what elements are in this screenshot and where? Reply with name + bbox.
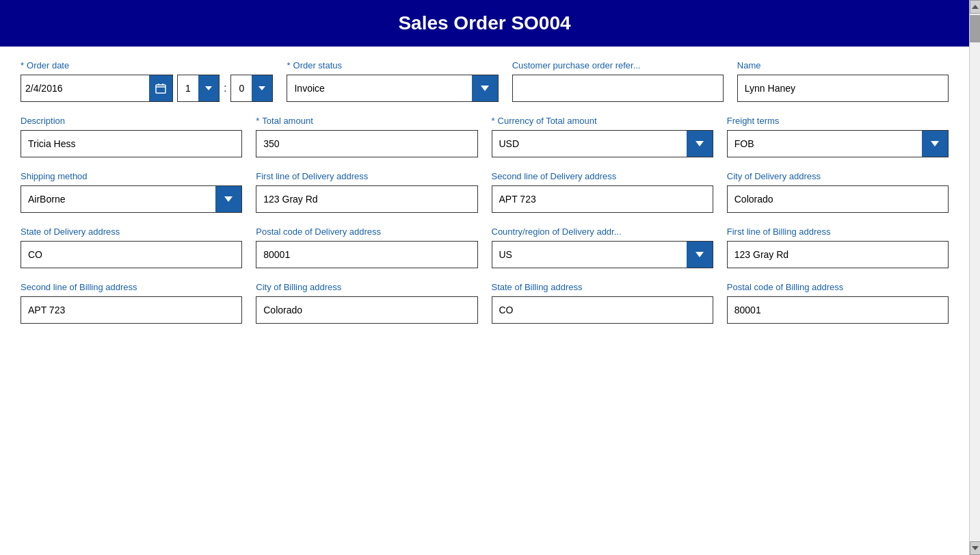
- currency-label: *Currency of Total amount: [492, 116, 713, 126]
- scroll-down-button[interactable]: [970, 541, 981, 555]
- delivery-country-label: Country/region of Delivery addr...: [492, 227, 713, 237]
- delivery-line1-field: First line of Delivery address: [256, 171, 477, 213]
- currency-dropdown-button[interactable]: [687, 131, 713, 157]
- hour-input-group[interactable]: [177, 75, 220, 102]
- freight-terms-label: Freight terms: [727, 116, 949, 126]
- svg-marker-4: [205, 86, 212, 90]
- shipping-method-dropdown-button[interactable]: [215, 186, 241, 212]
- billing-postal-label: Postal code of Billing address: [727, 282, 949, 292]
- name-label: Name: [737, 60, 949, 70]
- svg-marker-10: [696, 252, 704, 257]
- description-field: Description: [21, 116, 242, 157]
- delivery-city-input[interactable]: [727, 185, 949, 213]
- delivery-postal-field: Postal code of Delivery address: [256, 227, 477, 268]
- delivery-postal-label: Postal code of Delivery address: [256, 227, 477, 237]
- delivery-line2-field: Second line of Delivery address: [492, 171, 713, 213]
- delivery-country-field: Country/region of Delivery addr...: [492, 227, 713, 268]
- svg-marker-8: [931, 141, 939, 146]
- order-status-select-wrapper[interactable]: [287, 75, 498, 102]
- required-star-2: *: [287, 60, 290, 70]
- scroll-track: [970, 14, 980, 541]
- minute-down-button[interactable]: [252, 75, 272, 101]
- customer-po-field: Customer purchase order refer...: [512, 60, 724, 102]
- calendar-button[interactable]: [149, 75, 172, 101]
- delivery-country-select-wrapper[interactable]: [492, 241, 713, 268]
- billing-city-label: City of Billing address: [256, 282, 477, 292]
- currency-field: *Currency of Total amount: [492, 116, 713, 157]
- name-input[interactable]: [737, 75, 949, 102]
- order-status-field: *Order status: [287, 60, 498, 102]
- billing-postal-field: Postal code of Billing address: [727, 282, 949, 324]
- delivery-state-label: State of Delivery address: [21, 227, 242, 237]
- customer-po-input[interactable]: [512, 75, 724, 102]
- delivery-city-field: City of Delivery address: [727, 171, 949, 213]
- shipping-method-input[interactable]: [21, 186, 215, 212]
- scrollbar[interactable]: [969, 0, 980, 555]
- billing-city-input[interactable]: [256, 296, 477, 324]
- scroll-up-button[interactable]: [970, 0, 981, 14]
- delivery-state-input[interactable]: [21, 241, 242, 268]
- delivery-country-input[interactable]: [492, 242, 687, 268]
- required-star-3: *: [256, 116, 259, 126]
- svg-marker-11: [972, 5, 979, 9]
- currency-select-wrapper[interactable]: [492, 130, 713, 157]
- shipping-method-select-wrapper[interactable]: [21, 185, 242, 213]
- delivery-country-dropdown-button[interactable]: [687, 242, 713, 268]
- freight-terms-input[interactable]: [728, 131, 922, 157]
- billing-line1-input[interactable]: [727, 241, 949, 268]
- minute-input[interactable]: [231, 75, 252, 101]
- billing-line1-label: First line of Billing address: [727, 227, 949, 237]
- svg-marker-5: [259, 86, 265, 90]
- svg-marker-6: [481, 86, 489, 91]
- svg-marker-12: [972, 546, 979, 550]
- order-date-input[interactable]: [21, 75, 149, 101]
- svg-marker-9: [224, 196, 233, 202]
- order-status-label: *Order status: [287, 60, 498, 70]
- delivery-line1-input[interactable]: [256, 185, 477, 213]
- page-header: Sales Order SO004: [0, 0, 969, 47]
- total-amount-field: *Total amount: [256, 116, 477, 157]
- delivery-postal-input[interactable]: [256, 241, 477, 268]
- description-label: Description: [21, 116, 242, 126]
- description-input[interactable]: [21, 130, 242, 157]
- minute-input-group[interactable]: [230, 75, 273, 102]
- svg-rect-0: [156, 85, 165, 93]
- freight-terms-select-wrapper[interactable]: [727, 130, 949, 157]
- time-colon: :: [224, 82, 226, 94]
- delivery-city-label: City of Delivery address: [727, 171, 949, 181]
- billing-state-input[interactable]: [492, 296, 713, 324]
- billing-postal-input[interactable]: [727, 296, 949, 324]
- name-field: Name: [737, 60, 949, 102]
- freight-terms-dropdown-button[interactable]: [922, 131, 948, 157]
- billing-state-label: State of Billing address: [492, 282, 713, 292]
- order-date-field: *Order date: [21, 60, 273, 102]
- hour-down-button[interactable]: [198, 75, 219, 101]
- total-amount-label: *Total amount: [256, 116, 477, 126]
- date-input-group[interactable]: [21, 75, 173, 102]
- shipping-method-field: Shipping method: [21, 171, 242, 213]
- page-title: Sales Order SO004: [398, 12, 570, 34]
- required-star-4: *: [492, 116, 495, 126]
- delivery-line1-label: First line of Delivery address: [256, 171, 477, 181]
- currency-input[interactable]: [492, 131, 687, 157]
- scroll-thumb[interactable]: [970, 15, 980, 42]
- required-star: *: [21, 60, 24, 70]
- delivery-line2-label: Second line of Delivery address: [492, 171, 713, 181]
- billing-line2-field: Second line of Billing address: [21, 282, 242, 324]
- customer-po-label: Customer purchase order refer...: [512, 60, 724, 70]
- svg-marker-7: [696, 141, 704, 146]
- delivery-line2-input[interactable]: [492, 185, 713, 213]
- billing-line2-label: Second line of Billing address: [21, 282, 242, 292]
- billing-state-field: State of Billing address: [492, 282, 713, 324]
- total-amount-input[interactable]: [256, 130, 477, 157]
- delivery-state-field: State of Delivery address: [21, 227, 242, 268]
- billing-city-field: City of Billing address: [256, 282, 477, 324]
- shipping-method-label: Shipping method: [21, 171, 242, 181]
- freight-terms-field: Freight terms: [727, 116, 949, 157]
- order-status-input[interactable]: [287, 75, 471, 101]
- billing-line2-input[interactable]: [21, 296, 242, 324]
- hour-input[interactable]: [178, 75, 198, 101]
- order-status-dropdown-button[interactable]: [472, 75, 498, 101]
- billing-line1-field: First line of Billing address: [727, 227, 949, 268]
- order-date-label: *Order date: [21, 60, 273, 70]
